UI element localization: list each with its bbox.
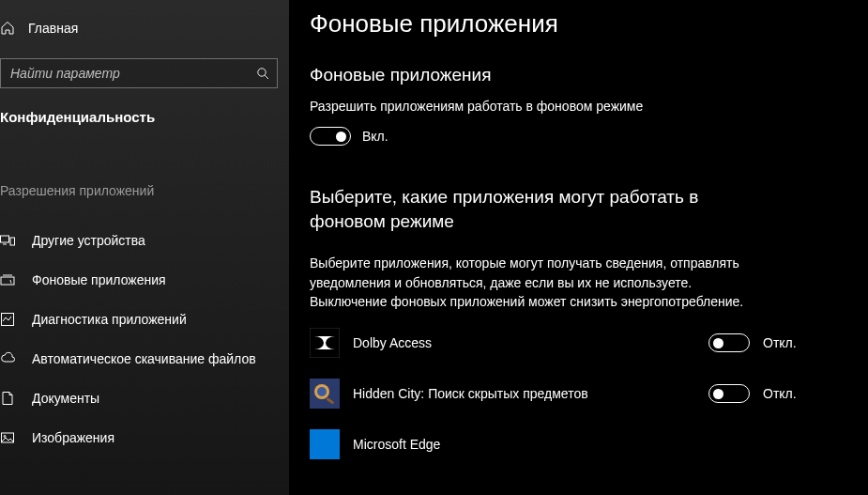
nav-home-label: Главная [28, 21, 78, 36]
sidebar-item-label: Изображения [32, 430, 114, 445]
app-name: Microsoft Edge [353, 437, 708, 452]
app-icon-hidden-city [310, 379, 340, 409]
app-name: Hidden City: Поиск скрытых предметов [353, 386, 708, 401]
master-toggle[interactable] [310, 127, 351, 146]
main-content: Фоновые приложения Фоновые приложения Ра… [289, 0, 868, 495]
app-icon-dolby [310, 328, 340, 358]
section2-title: Выберите, какие приложения могут работат… [310, 185, 751, 233]
svg-rect-4 [10, 238, 15, 245]
master-toggle-label: Вкл. [362, 129, 388, 144]
app-name: Dolby Access [353, 335, 708, 350]
search-input-wrap[interactable] [0, 58, 278, 88]
search-input[interactable] [10, 66, 256, 81]
svg-point-13 [317, 387, 327, 396]
sidebar-item-label: Фоновые приложения [32, 272, 166, 287]
diagnostics-icon [0, 312, 15, 327]
cloud-download-icon [0, 351, 15, 366]
document-icon [0, 391, 15, 406]
pictures-icon [0, 430, 15, 445]
app-toggle-hidden-city[interactable] [708, 384, 750, 403]
sidebar: Главная Конфиденциальность Разрешения пр… [0, 0, 289, 495]
app-toggle-label: Откл. [763, 386, 797, 401]
svg-line-1 [265, 75, 268, 79]
sidebar-item-app-diagnostics[interactable]: Диагностика приложений [0, 300, 289, 339]
svg-point-0 [258, 69, 266, 76]
svg-rect-2 [1, 236, 9, 242]
master-toggle-row: Вкл. [310, 127, 830, 146]
section2-desc: Выберите приложения, которые могут получ… [310, 254, 751, 311]
sidebar-nav: Другие устройства Фоновые приложения Диа… [0, 221, 289, 457]
sidebar-item-label: Другие устройства [32, 233, 145, 248]
section1-title: Фоновые приложения [310, 65, 830, 85]
devices-icon [0, 233, 15, 248]
nav-home[interactable]: Главная [0, 11, 289, 45]
svg-point-8 [4, 436, 6, 438]
app-icon-edge [310, 429, 340, 459]
category-label: Конфиденциальность [0, 109, 289, 134]
sidebar-item-label: Документы [32, 391, 99, 406]
app-row-hidden-city: Hidden City: Поиск скрытых предметов Отк… [310, 379, 830, 409]
search-icon [256, 67, 269, 80]
sidebar-item-label: Автоматическое скачивание файлов [32, 351, 256, 366]
page-title: Фоновые приложения [310, 9, 830, 39]
sidebar-item-other-devices[interactable]: Другие устройства [0, 221, 289, 260]
app-toggle-dolby[interactable] [708, 333, 750, 352]
sidebar-item-background-apps[interactable]: Фоновые приложения [0, 260, 289, 300]
section-label: Разрешения приложений [0, 183, 289, 208]
app-row-dolby: Dolby Access Откл. [310, 328, 830, 358]
section1-desc: Разрешить приложениям работать в фоновом… [310, 99, 830, 114]
app-row-edge: Microsoft Edge [310, 429, 830, 459]
app-list: Dolby Access Откл. Hidden City: Поиск ск… [310, 328, 830, 459]
background-apps-icon [0, 272, 15, 287]
app-toggle-label: Откл. [763, 335, 797, 350]
sidebar-item-label: Диагностика приложений [32, 312, 187, 327]
sidebar-item-pictures[interactable]: Изображения [0, 418, 289, 457]
sidebar-item-auto-downloads[interactable]: Автоматическое скачивание файлов [0, 339, 289, 379]
svg-rect-15 [310, 429, 340, 459]
svg-rect-7 [2, 433, 14, 442]
svg-rect-5 [1, 277, 14, 285]
sidebar-item-documents[interactable]: Документы [0, 379, 289, 418]
home-icon [0, 21, 15, 36]
